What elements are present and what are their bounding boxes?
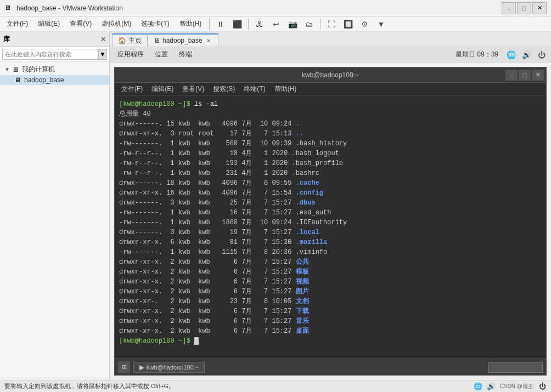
menu-view[interactable]: 查看(V) <box>65 18 96 30</box>
term-menu-help[interactable]: 帮助(H) <box>271 84 300 94</box>
term-line-4: -rw-r--r--. 1 kwb kwb 18 4月 1 2020 .bash… <box>119 149 542 158</box>
volume-icon[interactable]: 🔊 <box>520 49 532 61</box>
nav-datetime: 星期日 09：39 <box>456 50 498 59</box>
terminal-menu: 文件(F) 编辑(E) 查看(V) 搜索(S) 终端(T) 帮助(H) <box>115 83 546 96</box>
terminal-tab-label: kwb@hadoop100:~ <box>147 364 199 371</box>
sidebar-close-btn[interactable]: ✕ <box>100 36 106 43</box>
maximize-button[interactable]: □ <box>517 2 531 14</box>
menu-bar: 文件(F) 编辑(E) 查看(V) 虚拟机(M) 选项卡(T) 帮助(H) ⏸ … <box>0 16 551 32</box>
computer-icon: 🖥 <box>12 66 21 73</box>
snapshot2-button[interactable]: 🗂 <box>301 18 317 31</box>
status-bar-right: 🌐 🔊 CSDN @博主 ⏻ <box>474 382 547 391</box>
vm-tab-icon: 🖥 <box>154 37 160 44</box>
tab-close-btn[interactable]: ✕ <box>205 37 212 44</box>
tab-home-label: 主页 <box>128 36 142 46</box>
nav-icons: 🌐 🔊 ⏻ <box>505 49 548 61</box>
settings-button[interactable]: ⚙ <box>357 18 372 31</box>
terminal-split-btn[interactable]: ⊞ <box>118 361 130 373</box>
window-controls: – □ ✕ <box>502 2 547 14</box>
term-line-14: -rw-------. 1 kwb kwb 1115 7月 8 20:36 .v… <box>119 247 542 257</box>
app-title: hadoop_base - VMware Workstation <box>16 4 502 12</box>
power-status-icon[interactable]: ⏻ <box>538 382 547 391</box>
snapshot-button[interactable]: 📷 <box>285 18 300 31</box>
network-status-icon[interactable]: 🌐 <box>505 49 517 61</box>
main-area: 库 ✕ ▼ ▼ 🖥 我的计算机 🖥 hadoop_base 🏠 主页 <box>0 32 551 380</box>
search-bar: ▼ <box>0 47 109 61</box>
term-line-21: drwxr-xr-x. 2 kwb kwb 6 7月 7 15:27 音乐 <box>119 316 542 326</box>
vm-icon: 🖥 <box>14 76 23 84</box>
menu-help[interactable]: 帮助(H) <box>175 18 206 30</box>
term-line-5: -rw-r--r--. 1 kwb kwb 193 4月 1 2020 .bas… <box>119 158 542 168</box>
term-line-16: drwxr-xr-x. 2 kwb kwb 6 7月 7 15:27 模板 <box>119 267 542 277</box>
terminal-title: kwb@hadoop100:~ <box>302 71 359 79</box>
term-menu-search[interactable]: 搜索(S) <box>210 84 238 94</box>
nav-terminal[interactable]: 终端 <box>175 49 196 60</box>
term-menu-edit[interactable]: 编辑(E) <box>148 84 177 94</box>
term-line-20: drwxr-xr-x. 2 kwb kwb 6 7月 7 15:27 下载 <box>119 306 542 316</box>
sound-icon[interactable]: 🔊 <box>487 382 496 391</box>
menu-vm[interactable]: 虚拟机(M) <box>97 18 136 30</box>
toolbar-separator-3 <box>320 19 321 30</box>
menu-file[interactable]: 文件(F) <box>2 18 32 30</box>
brand-text: CSDN @博主 <box>500 383 533 390</box>
pause-button[interactable]: ⏸ <box>213 18 228 31</box>
tree-item-hadoop[interactable]: 🖥 hadoop_base <box>0 75 109 85</box>
terminal-close-btn[interactable]: ✕ <box>532 70 544 81</box>
terminal-inner: kwb@hadoop100:~ – □ ✕ 文件(F) 编辑(E) 查看(V) … <box>114 67 547 376</box>
terminal-maximize-btn[interactable]: □ <box>519 70 531 81</box>
term-line-9: drwx------. 3 kwb kwb 25 7月 7 15:27 .dbu… <box>119 198 542 208</box>
term-line-13: drwxr-xr-x. 6 kwb kwb 81 7月 7 15:30 .moz… <box>119 237 542 247</box>
toolbar-separator-2 <box>248 19 249 30</box>
sidebar-header: 库 ✕ <box>0 32 109 47</box>
status-message: 要将输入定向到该虚拟机，请将鼠标指针移入其中或按 Ctrl+G。 <box>4 382 175 390</box>
term-line-12: drwx------. 3 kwb kwb 19 7月 7 15:27 .loc… <box>119 228 542 237</box>
terminal-content[interactable]: [kwb@hadoop100 ~]$ ls -al 总用量 40 drwx---… <box>115 96 546 359</box>
stop-button[interactable]: ⬛ <box>229 18 245 31</box>
tab-home[interactable]: 🏠 主页 <box>112 33 148 47</box>
tree-expand-icon: ▼ <box>4 66 11 72</box>
term-line-17: drwxr-xr-x. 2 kwb kwb 6 7月 7 15:27 视频 <box>119 277 542 287</box>
tree-item-mycomputer[interactable]: ▼ 🖥 我的计算机 <box>0 64 109 75</box>
unity-button[interactable]: 🔲 <box>340 18 356 31</box>
term-line-7: drwx------. 18 kwb kwb 4096 7月 8 09:55 .… <box>119 178 542 188</box>
network-button[interactable]: 🖧 <box>252 18 267 31</box>
minimize-button[interactable]: – <box>502 2 516 14</box>
term-line-6: -rw-r--r--. 1 kwb kwb 231 4月 1 2020 .bas… <box>119 168 542 178</box>
sidebar-title: 库 <box>3 35 10 44</box>
search-dropdown[interactable]: ▼ <box>98 49 107 60</box>
term-menu-view[interactable]: 查看(V) <box>179 84 207 94</box>
more-button[interactable]: ▼ <box>373 18 389 31</box>
terminal-title-controls: – □ ✕ <box>505 70 544 81</box>
nav-bar: 应用程序 位置 终端 星期日 09：39 🌐 🔊 ⏻ <box>110 47 551 63</box>
term-line-1: drwx------. 15 kwb kwb 4096 7月 10 09:24 … <box>119 119 542 129</box>
term-prompt-text: [kwb@hadoop100 ~]$ <box>119 100 194 108</box>
tab-hadoop[interactable]: 🖥 hadoop_base ✕ <box>148 33 218 47</box>
content-area: 🏠 主页 🖥 hadoop_base ✕ 应用程序 位置 终端 星期日 09：3… <box>110 32 551 380</box>
term-line-2: drwxr-xr-x. 3 root root 17 7月 7 15:13 .. <box>119 129 542 139</box>
fullscreen-button[interactable]: ⛶ <box>324 18 339 31</box>
term-prompt2-line: [kwb@hadoop100 ~]$ <box>119 336 542 346</box>
term-line-10: -rw-------. 1 kwb kwb 16 7月 7 15:27 .esd… <box>119 208 542 218</box>
nav-apps[interactable]: 应用程序 <box>113 49 148 60</box>
power-icon[interactable]: ⏻ <box>536 49 548 61</box>
sidebar: 库 ✕ ▼ ▼ 🖥 我的计算机 🖥 hadoop_base <box>0 32 110 380</box>
status-bar: 要将输入定向到该虚拟机，请将鼠标指针移入其中或按 Ctrl+G。 🌐 🔊 CSD… <box>0 380 551 392</box>
term-command: ls -al <box>194 100 218 108</box>
search-input[interactable] <box>2 49 98 60</box>
term-menu-terminal[interactable]: 终端(T) <box>240 84 268 94</box>
network-icon[interactable]: 🌐 <box>474 382 482 391</box>
menu-edit[interactable]: 编辑(E) <box>33 18 64 30</box>
datetime-text: 星期日 09：39 <box>456 50 498 58</box>
terminal-minimize-btn[interactable]: – <box>505 70 518 81</box>
cursor <box>194 337 199 345</box>
terminal-search-box[interactable] <box>488 362 543 373</box>
terminal-tab[interactable]: ▶ kwb@hadoop100:~ <box>133 362 205 373</box>
menu-tabs[interactable]: 选项卡(T) <box>137 18 173 30</box>
sidebar-tree: ▼ 🖥 我的计算机 🖥 hadoop_base <box>0 61 109 380</box>
close-button[interactable]: ✕ <box>532 2 547 14</box>
toolbar-separator <box>209 19 210 30</box>
nav-location[interactable]: 位置 <box>150 49 172 60</box>
app-icon: 🖥 <box>4 4 13 13</box>
revert-button[interactable]: ↩ <box>268 18 284 31</box>
term-menu-file[interactable]: 文件(F) <box>118 84 146 94</box>
